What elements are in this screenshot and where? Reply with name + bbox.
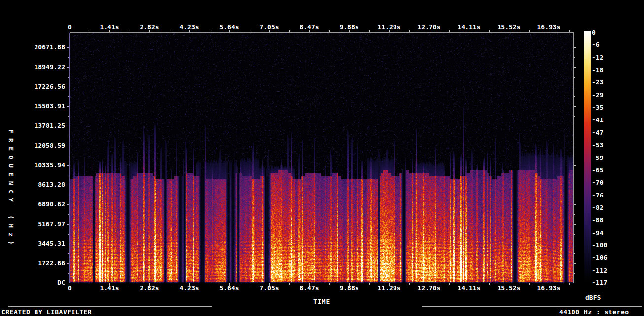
freq-tick-major-right — [574, 263, 576, 264]
freq-tick-major — [67, 244, 69, 244]
db-tick-label: -41 — [592, 117, 603, 123]
freq-tick-major-right — [574, 244, 576, 244]
time-tick-minor — [90, 30, 90, 32]
time-tick-minor — [250, 30, 250, 32]
time-tick-major — [269, 283, 270, 286]
time-tick-minor — [289, 283, 290, 285]
freq-tick-label: 12058.59 — [0, 142, 65, 149]
time-tick-major — [549, 30, 549, 32]
freq-tick-major-right — [574, 204, 576, 205]
freq-tick-major — [67, 224, 69, 225]
db-tick-label: -117 — [592, 279, 607, 286]
time-tick-minor — [210, 30, 210, 32]
freq-tick-label: 3445.31 — [0, 240, 65, 247]
time-tick-minor — [170, 30, 170, 32]
freq-tick-major-right — [574, 87, 576, 87]
time-tick-minor — [369, 283, 370, 285]
db-tick-label: -70 — [592, 179, 603, 186]
colorbar — [584, 31, 591, 283]
time-tick-minor — [569, 283, 570, 285]
footer-samplerate-channels: 44100 Hz : stereo — [559, 309, 629, 315]
colorbar-unit-label: dBFS — [585, 294, 601, 301]
time-tick-minor — [529, 283, 530, 285]
freq-tick-minor-right — [574, 273, 575, 274]
freq-tick-minor-right — [574, 253, 575, 254]
time-tick-major — [269, 30, 270, 32]
time-tick-major — [149, 30, 150, 32]
time-tick-minor — [489, 30, 490, 32]
time-tick-major — [429, 283, 429, 286]
time-tick-minor — [409, 283, 410, 285]
time-tick-minor — [449, 283, 450, 285]
freq-tick-label: 1722.66 — [0, 260, 65, 266]
freq-tick-major — [67, 106, 69, 107]
time-tick-major — [349, 30, 350, 32]
time-tick-major — [149, 283, 150, 286]
freq-tick-minor-right — [574, 136, 575, 136]
db-tick-label: -35 — [592, 104, 603, 111]
time-tick-minor — [170, 283, 170, 285]
freq-tick-minor-right — [574, 77, 575, 78]
db-tick-label: -112 — [592, 267, 607, 274]
freq-tick-major-right — [574, 185, 576, 185]
time-tick-major — [549, 283, 549, 286]
time-tick-minor — [250, 283, 250, 285]
freq-tick-label: 5167.97 — [0, 221, 65, 227]
freq-tick-minor — [68, 195, 69, 195]
db-tick-label: -59 — [592, 155, 603, 161]
freq-tick-major — [67, 185, 69, 185]
freq-tick-minor — [68, 214, 69, 215]
freq-tick-major — [67, 263, 69, 264]
freq-tick-major-right — [574, 106, 576, 107]
time-tick-major — [309, 30, 310, 32]
freq-tick-label: 17226.56 — [0, 83, 65, 90]
db-tick-label: 0 — [592, 29, 596, 36]
spectrogram-page: FREQUENCY (Hz) dBFS TIME 001.41s1.41s2.8… — [0, 0, 644, 316]
time-tick-major — [109, 30, 110, 32]
db-tick-label: -100 — [592, 242, 607, 248]
db-tick-label: -88 — [592, 217, 603, 223]
freq-tick-major-right — [574, 67, 576, 68]
freq-tick-label: 15503.91 — [0, 103, 65, 109]
freq-tick-major — [67, 67, 69, 68]
freq-tick-minor — [68, 77, 69, 78]
freq-tick-minor-right — [574, 175, 575, 175]
freq-tick-minor-right — [574, 116, 575, 117]
time-tick-major — [509, 30, 509, 32]
freq-tick-major — [67, 146, 69, 146]
time-tick-major — [509, 283, 509, 286]
db-tick-label: -6 — [592, 41, 600, 48]
db-tick-label: -106 — [592, 254, 607, 261]
freq-tick-label: 8613.28 — [0, 181, 65, 188]
time-tick-minor — [529, 30, 530, 32]
db-tick-label: -29 — [592, 92, 603, 98]
freq-tick-minor-right — [574, 96, 575, 97]
freq-tick-label: 18949.22 — [0, 64, 65, 70]
freq-tick-major — [67, 204, 69, 205]
freq-tick-label: 20671.88 — [0, 44, 65, 50]
time-tick-minor — [489, 283, 490, 285]
freq-tick-minor — [68, 253, 69, 254]
time-tick-major — [189, 30, 190, 32]
db-tick-label: -53 — [592, 142, 603, 148]
db-tick-label: -23 — [592, 79, 603, 85]
plot-right-border — [573, 32, 574, 283]
db-tick-label: -47 — [592, 129, 603, 136]
freq-tick-minor-right — [574, 38, 575, 38]
freq-tick-minor-right — [574, 57, 575, 58]
time-tick-minor — [409, 30, 410, 32]
time-tick-major — [70, 283, 70, 286]
time-tick-major — [189, 283, 190, 286]
freq-tick-minor — [68, 136, 69, 136]
time-tick-major — [389, 283, 390, 286]
time-tick-major — [389, 30, 390, 32]
time-tick-minor — [130, 283, 130, 285]
freq-tick-major-right — [574, 126, 576, 126]
time-tick-major — [229, 283, 230, 286]
freq-tick-minor-right — [574, 195, 575, 195]
freq-tick-minor — [68, 116, 69, 117]
time-tick-minor — [329, 30, 330, 32]
time-tick-major — [429, 30, 429, 32]
freq-tick-major-right — [574, 165, 576, 166]
freq-tick-major — [67, 126, 69, 126]
